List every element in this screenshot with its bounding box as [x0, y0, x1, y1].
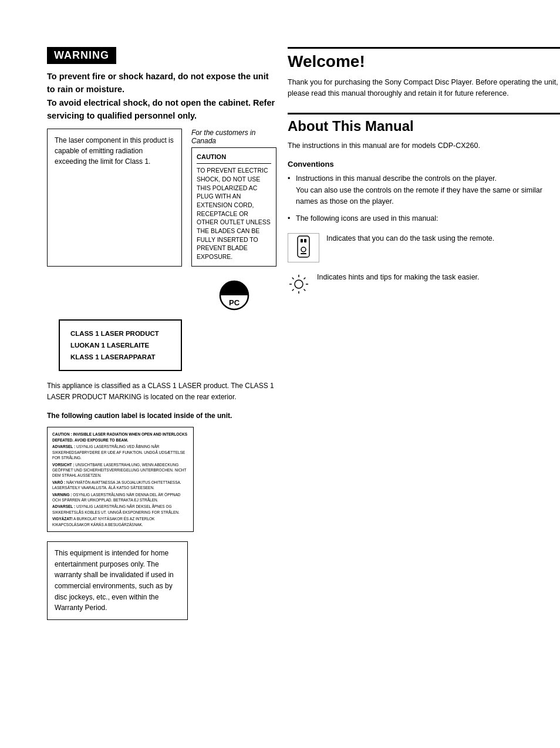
svg-line-14 [304, 277, 306, 279]
remote-icon-hint-row: Indicates that you can do the task using… [288, 233, 560, 262]
canada-caution: For the customers in Canada CAUTION TO P… [191, 129, 276, 267]
welcome-title: Welcome! [288, 52, 560, 71]
remote-hint-text: Indicates that you can do the task using… [326, 233, 494, 244]
about-manual-title: About This Manual [288, 118, 560, 134]
appliance-text: This appliance is classified as a CLASS … [47, 380, 276, 402]
multilang-caution-box: CAUTION : INVISIBLE LASER RADIATION WHEN… [47, 427, 194, 532]
tips-hint-text: Indicates hints and tips for making the … [317, 272, 480, 283]
svg-point-7 [295, 280, 303, 288]
welcome-text: Thank you for purchasing the Sony Compac… [288, 77, 560, 100]
svg-line-13 [304, 289, 306, 291]
svg-rect-6 [301, 253, 306, 254]
models-text: The instructions in this manual are for … [288, 140, 560, 151]
svg-rect-3 [301, 239, 303, 242]
about-manual-section: About This Manual The instructions in th… [288, 113, 560, 305]
warning-text: To prevent fire or shock hazard, do not … [47, 70, 276, 123]
svg-rect-4 [304, 239, 306, 242]
pc-logo: PC [191, 275, 276, 311]
conventions-label: Conventions [288, 160, 560, 169]
class1-laser-box: CLASS 1 LASER PRODUCT LUOKAN 1 LASERLAIT… [59, 319, 182, 371]
svg-point-5 [301, 247, 306, 252]
tips-icon-hint-row: Indicates hints and tips for making the … [288, 272, 560, 295]
welcome-section: Welcome! Thank you for purchasing the So… [288, 47, 560, 100]
caution-label-text: The following caution label is located i… [47, 410, 276, 421]
tips-icon [288, 273, 310, 295]
canada-label: For the customers in Canada [191, 129, 276, 145]
svg-text:PC: PC [228, 298, 239, 307]
warning-label: WARNING [47, 47, 116, 64]
conventions-list: • Instructions in this manual describe t… [288, 173, 560, 225]
equipment-box: This equipment is intended for home ente… [47, 541, 188, 620]
remote-icon [288, 233, 319, 262]
laser-info-box: The laser component in this product is c… [47, 129, 182, 267]
svg-line-15 [292, 289, 294, 291]
svg-line-12 [292, 277, 294, 279]
